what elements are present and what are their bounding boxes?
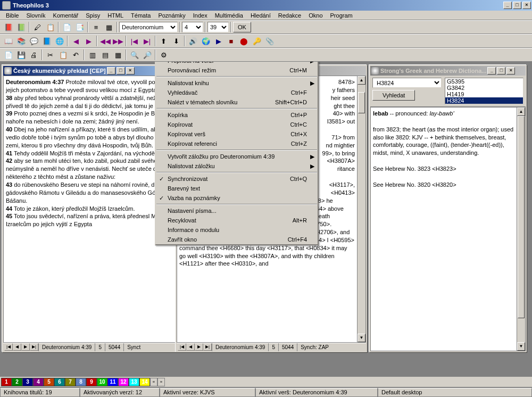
tb-notes-icon[interactable]: 📑 [73,21,86,33]
tb-html-icon[interactable]: 🌐 [53,35,65,47]
menu-multimedia[interactable]: Multimédia [211,12,247,19]
sound-icon[interactable]: 🔊 [187,35,199,47]
menu-slovnik[interactable]: Slovník [22,12,49,19]
tb-find-icon[interactable]: 🔎 [141,49,153,61]
menu-item[interactable]: KopírovatCtrl+C [156,120,318,129]
pane-close[interactable]: × [126,67,135,75]
desktop-tab[interactable]: 14 [139,378,150,386]
list-item[interactable]: G5395 [445,78,523,85]
tb-save-icon[interactable]: 💾 [15,49,27,61]
menu-komentar[interactable]: Komentář [49,12,82,19]
globe-icon[interactable]: 🌍 [200,35,212,47]
nav-prev-icon[interactable]: ◀ [13,343,21,351]
tb-up-icon[interactable]: ⬆ [157,35,170,47]
menu-item[interactable]: Porovnávací režimCtrl+M [156,65,318,75]
tb-a-icon[interactable]: 🖊 [31,21,44,33]
minimize-button[interactable]: _ [503,2,512,9]
chapter-combo[interactable]: 4 [182,22,203,32]
next-book-icon[interactable]: ▶ [82,35,95,47]
tb-win1-icon[interactable]: ▥ [86,49,98,61]
nav-next-icon[interactable]: ▶ [21,343,30,351]
scrollbar[interactable]: ▲▼ [517,107,525,351]
pane-min[interactable]: _ [107,67,115,75]
tb-search-icon[interactable]: 🔍 [128,49,140,61]
prev-book-icon[interactable]: ◀ [70,35,82,47]
menu-item[interactable]: Vytvořit záložku pro Deuteronomium 4:39▶ [156,152,318,161]
tb-down-icon[interactable]: ⬇ [170,35,182,47]
key-icon[interactable]: 🔑 [251,35,263,47]
menu-poznamky[interactable]: Poznámky [154,12,189,19]
desktop-tab[interactable]: 2 [12,378,22,386]
menu-item[interactable]: VyhledávačCtrl+F [156,88,318,97]
tb-cfg-icon[interactable]: ⚙ [157,49,170,61]
tb-copy-icon[interactable]: 📋 [44,21,56,33]
tb-dict-icon[interactable]: 📚 [15,35,27,47]
desktop-tab[interactable]: 9 [86,378,97,386]
menu-index[interactable]: Index [189,12,211,19]
desktop-tab[interactable]: 13 [129,378,139,386]
dict-body[interactable]: lebab -- pronounced: lay-bawb' from 3823… [370,107,526,351]
search-button[interactable]: Vyhledat [372,90,415,101]
nav-last-icon[interactable]: ▶| [203,343,212,351]
prev-chapter-icon[interactable]: ◀◀ [99,35,111,47]
list-item[interactable]: H1419 [445,91,523,97]
menu-temata[interactable]: Témata [127,12,154,19]
pane-max[interactable]: □ [117,67,125,75]
tb-grid-icon[interactable]: ▦ [103,21,115,33]
tb-topic-icon[interactable]: 📘 [40,35,53,47]
play-icon[interactable]: ▶ [212,35,225,47]
tb-paste-icon[interactable]: 📋 [57,49,69,61]
desktop-tab[interactable]: 8 [76,378,86,386]
tb-undo-icon[interactable]: ↶ [70,49,82,61]
tb-note-icon[interactable]: 📄 [61,21,73,33]
desktop-tab[interactable]: 1 [1,378,12,386]
pin-icon[interactable]: 📎 [263,35,276,47]
desktop-tab[interactable]: 6 [54,378,65,386]
tb-win3-icon[interactable]: ▦ [112,49,124,61]
menu-item[interactable]: Nastavení písma... [156,206,318,216]
pane-max[interactable]: □ [497,67,505,75]
maximize-button[interactable]: □ [513,2,521,9]
last-verse-icon[interactable]: ▶| [141,35,153,47]
desktop-tab[interactable]: 4 [33,378,44,386]
strongs-input[interactable]: H3824 [372,78,442,88]
list-item[interactable]: H3824 [445,97,523,104]
tb-bible-icon[interactable]: 📖 [2,35,14,47]
menu-item[interactable]: Přepnout na verzi▶ [156,62,318,65]
desktop-tab[interactable]: 11 [107,378,118,386]
tb-cut-icon[interactable]: ✂ [44,49,56,61]
menu-item[interactable]: Barevný text [156,184,318,193]
menu-bible[interactable]: Bible [2,12,22,19]
tb-new-icon[interactable]: 📄 [2,49,14,61]
menu-html[interactable]: HTML [104,12,127,19]
list-item[interactable]: G3842 [445,85,523,91]
nav-next-icon[interactable]: ▶ [195,343,203,351]
book-combo[interactable]: Deuteronomium [119,22,178,32]
nav-last-icon[interactable]: ▶| [30,343,38,351]
nav-prev-icon[interactable]: ◀ [186,343,195,351]
scrollbar[interactable]: ▲▼ [357,76,365,342]
menu-spisy[interactable]: Spisy [82,12,104,19]
nav-first-icon[interactable]: |◀ [178,343,186,351]
pane-min[interactable]: _ [487,67,496,75]
menu-item[interactable]: ✓SynchronizovatCtrl+Q [156,174,318,184]
record-icon[interactable]: ⬤ [238,35,250,47]
tb-book-icon[interactable]: 📕 [2,21,14,33]
menu-item[interactable]: Nalistovat záložku▶ [156,161,318,171]
menu-item[interactable]: Nalistovat knihu▶ [156,78,318,88]
tab-arrow-icon[interactable]: « [150,378,157,386]
menu-item[interactable]: RecyklovatAlt+R [156,216,318,225]
verse-combo[interactable]: 39 [207,22,229,32]
desktop-tab[interactable]: 7 [65,378,76,386]
nav-first-icon[interactable]: |◀ [4,343,13,351]
close-button[interactable]: × [522,2,531,9]
tab-arrow-icon[interactable]: » [157,378,165,386]
menu-item[interactable]: Zavřít oknoCtrl+F4 [156,235,318,244]
pane-close[interactable]: × [506,67,515,75]
menu-item[interactable]: Nalézt v tématech slovníkuShift+Ctrl+D [156,97,318,107]
menu-program[interactable]: Program [327,12,356,19]
next-chapter-icon[interactable]: ▶▶ [112,35,124,47]
menu-item[interactable]: Kopírovat referenciCtrl+Z [156,139,318,148]
menu-item[interactable]: ✓Vazba na poznámky [156,193,318,203]
menu-okno[interactable]: Okno [305,12,326,19]
